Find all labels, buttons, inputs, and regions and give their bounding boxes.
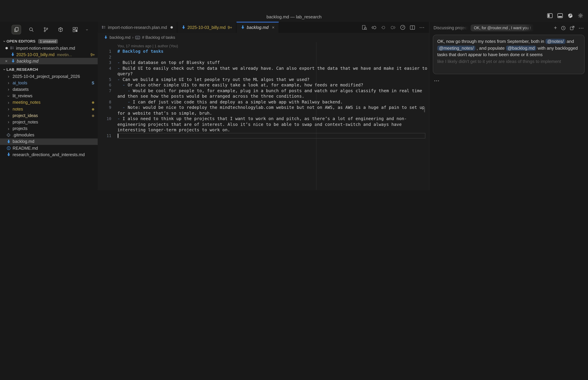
line-number: 5 bbox=[98, 77, 117, 82]
current-edit-icon[interactable] bbox=[381, 25, 386, 30]
chevron-right-icon: › bbox=[6, 107, 11, 111]
toggle-sidebar-icon[interactable] bbox=[547, 13, 553, 18]
chevron-down-icon[interactable]: › bbox=[85, 27, 89, 32]
tree-item-label: ai_tools bbox=[13, 81, 27, 85]
code-line[interactable]: 5- Can we build a simple UI to let peopl… bbox=[98, 77, 429, 82]
extensions-cube-icon[interactable] bbox=[56, 25, 65, 34]
history-icon[interactable] bbox=[561, 25, 566, 30]
code-text: - Can we build a simple UI to let people… bbox=[117, 77, 309, 82]
tree-item[interactable]: ›2025-10-04_project_proposal_2026 bbox=[0, 73, 98, 80]
tree-item[interactable]: ›notes bbox=[0, 106, 98, 112]
code-line[interactable]: for a website that’s so simple, bruh. bbox=[98, 110, 429, 116]
tree-item[interactable]: ›projects bbox=[0, 125, 98, 132]
context-chip-backlog[interactable]: @backlog.md bbox=[506, 45, 536, 51]
new-chat-icon[interactable]: + bbox=[554, 25, 557, 31]
code-line[interactable]: interesting longer-term projects to work… bbox=[98, 127, 429, 133]
code-text: - Or also other simple UIs to more easil… bbox=[117, 82, 363, 88]
chat-more-icon[interactable]: ⋯ bbox=[578, 25, 584, 31]
code-line[interactable]: 8 - I can def just vibe code this and de… bbox=[98, 99, 429, 105]
code-line[interactable]: 10- I also need to think up the projects… bbox=[98, 116, 429, 122]
breadcrumb[interactable]: backlog.md › abc # Backlog of tasks bbox=[98, 33, 429, 42]
chevron-down-icon: › bbox=[6, 94, 11, 98]
dirty-dot-icon bbox=[170, 26, 173, 29]
chevron-right-icon: › bbox=[6, 100, 11, 105]
markdown-file-icon bbox=[181, 25, 186, 30]
editor-caret bbox=[118, 133, 118, 138]
problems-count-badge: 9+ bbox=[91, 53, 95, 57]
tree-item[interactable]: ›meeting_notes bbox=[0, 99, 98, 106]
tab-backlog-md[interactable]: backlog.md × bbox=[236, 22, 279, 33]
md-file-icon bbox=[6, 152, 11, 157]
search-icon[interactable] bbox=[27, 25, 36, 34]
open-editors-label: OPEN EDITORS bbox=[6, 39, 36, 43]
context-chip-meeting-notes[interactable]: @meeting_notes/ bbox=[437, 45, 475, 51]
code-text: - I also need to think up the projects t… bbox=[117, 116, 407, 122]
explorer-icon[interactable] bbox=[12, 25, 21, 34]
editor-zone: import-notion-research.plan.md 2025-10-0… bbox=[98, 22, 429, 190]
close-icon[interactable]: × bbox=[272, 25, 274, 30]
close-icon[interactable]: × bbox=[4, 58, 8, 64]
more-actions-icon[interactable]: ⋯ bbox=[419, 24, 425, 31]
markdown-file-icon bbox=[11, 59, 15, 63]
cube-icon[interactable] bbox=[568, 13, 573, 18]
code-line[interactable]: 4- Build UI to easily check out the data… bbox=[98, 65, 429, 71]
tree-item[interactable]: ›project_ideas bbox=[0, 112, 98, 119]
user-message: OK, now go through my notes from Septemb… bbox=[433, 35, 585, 74]
code-line[interactable]: 6 - Or also other simple UIs to more eas… bbox=[98, 82, 429, 88]
tree-item[interactable]: ›ai_toolsS bbox=[0, 80, 98, 86]
code-line[interactable]: engineering projects that are of interes… bbox=[98, 122, 429, 127]
next-edit-icon[interactable] bbox=[390, 25, 396, 30]
settings-gear-icon[interactable] bbox=[578, 13, 583, 18]
code-text: engineering projects that are of interes… bbox=[117, 122, 402, 127]
tree-item[interactable]: backlog.md bbox=[0, 138, 98, 145]
tab-billy-md[interactable]: 2025-10-03_billy.md 9+ bbox=[177, 22, 236, 33]
tree-item-label: README.md bbox=[13, 146, 38, 151]
code-line[interactable]: query? bbox=[98, 71, 429, 77]
breadcrumb-file[interactable]: backlog.md bbox=[110, 35, 131, 40]
workspace-header[interactable]: › LAB_RESEARCH bbox=[0, 66, 98, 73]
code-line[interactable]: 2 bbox=[98, 54, 429, 60]
chevron-right-icon: › bbox=[6, 87, 11, 92]
run-timeline-icon[interactable] bbox=[400, 24, 406, 30]
tab-bar: import-notion-research.plan.md 2025-10-0… bbox=[98, 22, 429, 33]
layout-grid-icon[interactable] bbox=[71, 25, 80, 34]
context-chip-notes[interactable]: @notes/ bbox=[546, 39, 565, 44]
open-editor-item[interactable]: 2025-10-03_billy.md meetin... 9+ bbox=[0, 51, 98, 58]
prev-edit-icon[interactable] bbox=[371, 25, 377, 30]
scrollbar-thumb[interactable] bbox=[424, 107, 425, 112]
line-number: 1 bbox=[98, 49, 117, 54]
tree-item-label: research_directions_and_interests.md bbox=[13, 152, 85, 157]
split-editor-icon[interactable] bbox=[410, 25, 415, 30]
dirty-dot-icon bbox=[5, 47, 8, 49]
tree-item-label: project_notes bbox=[13, 120, 38, 125]
code-line[interactable]: 1# Backlog of tasks bbox=[98, 49, 429, 54]
open-editor-item[interactable]: import-notion-research.plan.md bbox=[0, 45, 98, 51]
tree-item[interactable]: ›project_notes bbox=[0, 119, 98, 125]
toggle-panel-icon[interactable] bbox=[557, 13, 563, 18]
tree-item[interactable]: research_directions_and_interests.md bbox=[0, 152, 98, 158]
code-line[interactable]: 11 bbox=[98, 133, 429, 138]
code-line[interactable]: and then see how the posts would be arra… bbox=[98, 94, 429, 99]
source-control-icon[interactable] bbox=[41, 25, 50, 34]
chat-thread-tab[interactable]: OK, for @router.md , I want you t bbox=[471, 24, 534, 31]
book-search-icon[interactable] bbox=[362, 25, 367, 30]
tab-import-notion-research-plan[interactable]: import-notion-research.plan.md bbox=[98, 22, 177, 33]
code-editor[interactable]: You, 17 minutes ago | 1 author (You) 1# … bbox=[98, 42, 429, 190]
code-line[interactable]: 9 - Note: would be nice to redeploy the … bbox=[98, 105, 429, 110]
modified-dot-icon bbox=[92, 107, 94, 111]
code-text: # Backlog of tasks bbox=[117, 49, 164, 54]
open-editors-header[interactable]: › OPEN EDITORS 1 unsaved bbox=[0, 38, 98, 45]
tree-item[interactable]: ›lit_reviews bbox=[0, 93, 98, 99]
open-editor-item-active[interactable]: × backlog.md bbox=[0, 58, 98, 64]
open-in-editor-icon[interactable] bbox=[570, 25, 575, 30]
code-line[interactable]: 3- Build database on top of Bluesky stuf… bbox=[98, 60, 429, 65]
tree-item[interactable]: ›datasets bbox=[0, 86, 98, 93]
code-line[interactable]: 7 - Would be cool for people to, for exa… bbox=[98, 88, 429, 94]
tree-item[interactable]: README.md bbox=[0, 145, 98, 152]
workspace-label: LAB_RESEARCH bbox=[6, 67, 38, 72]
line-number bbox=[98, 127, 117, 133]
breadcrumb-symbol[interactable]: # Backlog of tasks bbox=[142, 35, 175, 40]
tree-item[interactable]: .gitmodules bbox=[0, 132, 98, 138]
plan-file-icon bbox=[102, 25, 106, 30]
code-text: - Note: would be nice to redeploy the mi… bbox=[117, 105, 425, 110]
